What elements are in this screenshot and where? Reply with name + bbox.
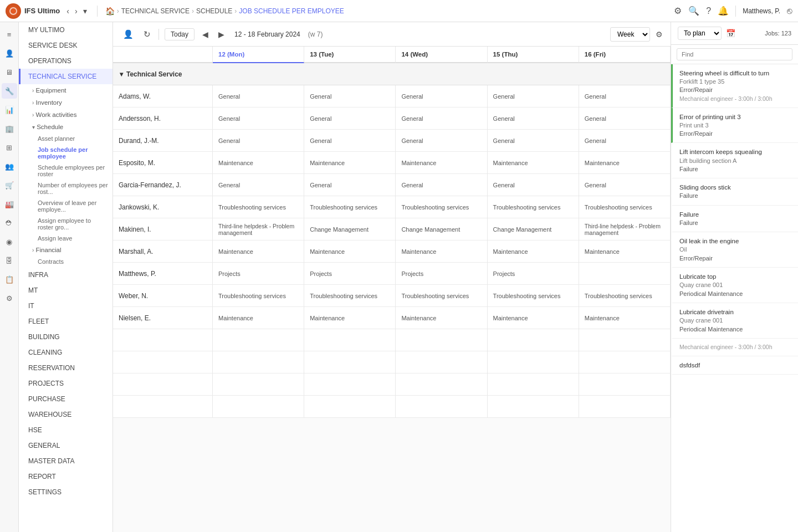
sidebar-item-assign-employee-roster[interactable]: Assign employee to roster gro... xyxy=(19,215,112,233)
durand-wed[interactable]: General xyxy=(396,130,487,152)
job-item[interactable]: Failure Failure xyxy=(671,206,798,232)
nielsen-tue[interactable]: Maintenance xyxy=(304,307,396,329)
andersson-tue[interactable]: General xyxy=(304,108,396,130)
sidebar-item-warehouse[interactable]: WAREHOUSE xyxy=(19,407,112,422)
sidebar-item-settings[interactable]: SETTINGS xyxy=(19,484,112,500)
next-week-button[interactable]: ▶ xyxy=(216,28,227,41)
breadcrumb-schedule[interactable]: SCHEDULE xyxy=(196,7,232,15)
adams-tue[interactable]: General xyxy=(304,85,396,108)
sidebar-item-job-schedule-per-employee[interactable]: Job schedule per employee xyxy=(19,144,112,162)
help-icon[interactable]: ? xyxy=(706,6,711,16)
garcia-wed[interactable]: General xyxy=(396,174,487,196)
weber-fri[interactable]: Troubleshooting services xyxy=(579,285,671,307)
notifications-icon[interactable]: 🔔 xyxy=(718,6,729,16)
empty-row-3-wed[interactable] xyxy=(396,374,487,396)
esposito-wed[interactable]: Maintenance xyxy=(396,152,487,174)
job-item[interactable]: dsfdsdf xyxy=(671,356,798,375)
esposito-mon[interactable]: Maintenance xyxy=(213,152,304,174)
breadcrumb-technical-service[interactable]: TECHNICAL SERVICE xyxy=(121,7,190,15)
durand-mon[interactable]: General xyxy=(213,130,304,152)
andersson-wed[interactable]: General xyxy=(396,108,487,130)
adams-wed[interactable]: General xyxy=(396,85,487,108)
sidebar-icon-monitor[interactable]: 🖥 xyxy=(2,64,17,80)
sidebar-item-general[interactable]: GENERAL xyxy=(19,438,112,453)
sidebar-item-cleaning[interactable]: CLEANING xyxy=(19,345,112,360)
job-item[interactable]: Steering wheel is difficult to turn Fork… xyxy=(671,64,798,108)
sidebar-item-building[interactable]: BUILDING xyxy=(19,329,112,345)
jankowski-tue[interactable]: Troubleshooting services xyxy=(304,196,396,218)
adams-thu[interactable]: General xyxy=(488,85,579,108)
sidebar-icon-grid[interactable]: ⊞ xyxy=(2,140,17,155)
job-item[interactable]: Lubricate top Quay crane 001 Periodical … xyxy=(671,268,798,303)
garcia-tue[interactable]: General xyxy=(304,174,396,196)
sidebar-icon-safety[interactable]: ⛑ xyxy=(2,215,17,231)
sidebar-item-projects[interactable]: PROJECTS xyxy=(19,376,112,391)
matthews-wed[interactable]: Projects xyxy=(396,263,487,285)
sidebar-icon-warehouse[interactable]: 🏭 xyxy=(2,196,17,212)
prev-week-button[interactable]: ◀ xyxy=(200,28,211,41)
to-plan-select[interactable]: To plan Planned xyxy=(678,27,722,40)
sidebar-item-reservation[interactable]: RESERVATION xyxy=(19,360,112,376)
breadcrumb-home-icon[interactable]: 🏠 xyxy=(105,7,115,16)
empty-row-4-fri[interactable] xyxy=(579,396,671,418)
refresh-button[interactable]: ↻ xyxy=(141,27,153,42)
sidebar-item-fleet[interactable]: FLEET xyxy=(19,314,112,329)
sidebar-item-work-activities[interactable]: › Work activities xyxy=(19,109,112,121)
sidebar-icon-cart[interactable]: 🛒 xyxy=(2,177,17,193)
weber-tue[interactable]: Troubleshooting services xyxy=(304,285,396,307)
empty-row-3-tue[interactable] xyxy=(304,374,396,396)
makinen-mon[interactable]: Third-line helpdesk - Problem management xyxy=(213,218,304,241)
week-view-select[interactable]: Week Day Month xyxy=(610,27,650,42)
empty-row-4-thu[interactable] xyxy=(488,396,579,418)
section-group-expand-icon[interactable]: ▾ xyxy=(120,70,123,78)
makinen-thu[interactable]: Change Management xyxy=(488,218,579,241)
job-item[interactable]: Error of printing unit 3 Print unit 3 Er… xyxy=(671,108,798,144)
makinen-tue[interactable]: Change Management xyxy=(304,218,396,241)
sidebar-icon-report[interactable]: 📋 xyxy=(2,272,17,287)
durand-thu[interactable]: General xyxy=(488,130,579,152)
sidebar-item-assign-leave[interactable]: Assign leave xyxy=(19,233,112,244)
weber-wed[interactable]: Troubleshooting services xyxy=(396,285,487,307)
esposito-fri[interactable]: Maintenance xyxy=(579,152,671,174)
sidebar-item-overview-leave[interactable]: Overview of leave per employe... xyxy=(19,197,112,215)
sidebar-icon-database[interactable]: 🗄 xyxy=(2,253,17,268)
sidebar-item-schedule[interactable]: ▾ Schedule xyxy=(19,121,112,133)
search-icon[interactable]: 🔍 xyxy=(688,6,699,16)
sidebar-icon-user[interactable]: 👤 xyxy=(2,45,17,61)
matthews-tue[interactable]: Projects xyxy=(304,263,396,285)
empty-row-2-tue[interactable] xyxy=(304,351,396,374)
sidebar-icon-people[interactable]: 👥 xyxy=(2,158,17,174)
durand-fri[interactable]: General xyxy=(579,130,671,152)
person-icon-button[interactable]: 👤 xyxy=(121,27,136,42)
marshall-tue[interactable]: Maintenance xyxy=(304,241,396,263)
sidebar-item-my-ultimo[interactable]: MY ULTIMO xyxy=(19,22,112,38)
job-item[interactable]: Mechanical engineer - 3:00h / 3:00h xyxy=(671,339,798,356)
empty-row-3-mon[interactable] xyxy=(213,374,304,396)
empty-row-1-thu[interactable] xyxy=(488,329,579,351)
garcia-thu[interactable]: General xyxy=(488,174,579,196)
sidebar-icon-menu[interactable]: ≡ xyxy=(2,27,17,42)
durand-tue[interactable]: General xyxy=(304,130,396,152)
sidebar-item-operations[interactable]: OPERATIONS xyxy=(19,53,112,69)
job-item[interactable]: Oil leak in the engine Oil Error/Repair xyxy=(671,232,798,268)
user-name[interactable]: Matthews, P. xyxy=(743,7,780,15)
sidebar-item-report[interactable]: REPORT xyxy=(19,469,112,484)
empty-row-4-tue[interactable] xyxy=(304,396,396,418)
matthews-mon[interactable]: Projects xyxy=(213,263,304,285)
jankowski-mon[interactable]: Troubleshooting services xyxy=(213,196,304,218)
marshall-fri[interactable]: Maintenance xyxy=(579,241,671,263)
nielsen-wed[interactable]: Maintenance xyxy=(396,307,487,329)
andersson-mon[interactable]: General xyxy=(213,108,304,130)
andersson-thu[interactable]: General xyxy=(488,108,579,130)
marshall-thu[interactable]: Maintenance xyxy=(488,241,579,263)
jankowski-thu[interactable]: Troubleshooting services xyxy=(488,196,579,218)
makinen-fri[interactable]: Third-line helpdesk - Problem management xyxy=(579,218,671,241)
esposito-tue[interactable]: Maintenance xyxy=(304,152,396,174)
nielsen-fri[interactable]: Maintenance xyxy=(579,307,671,329)
sidebar-item-technical-service[interactable]: TECHNICAL SERVICE xyxy=(19,69,112,84)
garcia-fri[interactable]: General xyxy=(579,174,671,196)
sidebar-item-purchase[interactable]: PURCHASE xyxy=(19,391,112,407)
job-item[interactable]: Sliding doors stick Failure xyxy=(671,178,798,205)
settings-icon[interactable]: ⚙ xyxy=(674,6,682,16)
sidebar-icon-chart[interactable]: 📊 xyxy=(2,102,17,117)
